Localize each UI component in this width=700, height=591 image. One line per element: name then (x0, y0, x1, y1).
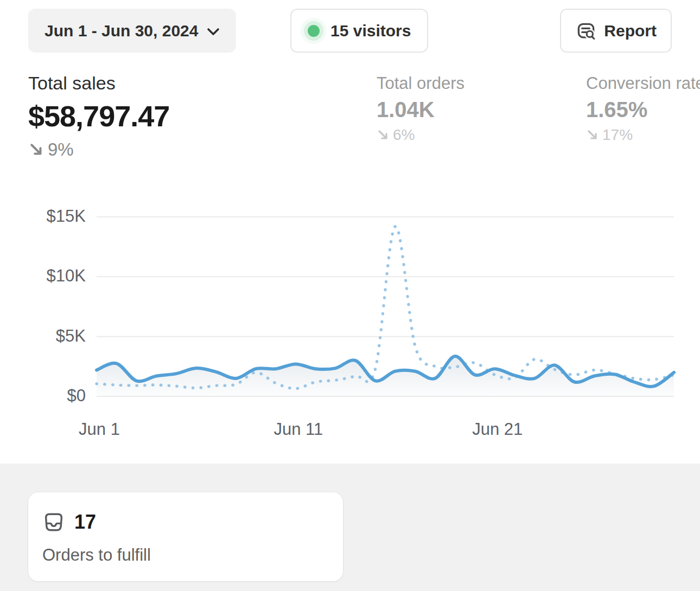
arrow-down-right-icon (586, 129, 599, 142)
total-sales-line-chart (0, 201, 700, 450)
tab-total-orders[interactable]: Total orders 1.04K 6% (377, 74, 464, 144)
report-label: Report (604, 22, 657, 40)
conversion-rate-value: 1.65% (586, 98, 700, 122)
bottom-section: 17 Orders to fulfill (0, 464, 700, 591)
tab-total-sales[interactable]: Total sales $58,797.47 9% (28, 73, 169, 160)
date-range-label: Jun 1 - Jun 30, 2024 (44, 22, 198, 40)
total-sales-value: $58,797.47 (28, 99, 169, 133)
live-visitors-button[interactable]: 15 visitors (290, 9, 428, 53)
total-orders-value: 1.04K (377, 98, 464, 122)
analytics-dashboard: Jun 1 - Jun 30, 2024 15 visitors Report … (0, 0, 700, 591)
tab-conversion-rate[interactable]: Conversion rate 1.65% 17% (586, 74, 700, 144)
x-tick-label: Jun 1 (45, 420, 154, 439)
y-tick-label: $15K (16, 207, 86, 226)
x-tick-label: Jun 11 (244, 420, 353, 439)
conversion-rate-delta: 17% (586, 126, 700, 144)
total-sales-delta: 9% (28, 139, 169, 160)
y-tick-label: $0 (16, 386, 86, 406)
orders-inbox-icon (42, 511, 65, 534)
x-tick-label: Jun 21 (443, 420, 552, 439)
conversion-rate-delta-value: 17% (602, 126, 633, 144)
total-sales-delta-value: 9% (48, 139, 74, 160)
conversion-rate-label: Conversion rate (586, 74, 700, 93)
total-orders-delta: 6% (377, 126, 464, 144)
live-visitors-label: 15 visitors (330, 22, 411, 40)
orders-card-label: Orders to fulfill (42, 545, 151, 565)
date-range-picker[interactable]: Jun 1 - Jun 30, 2024 (28, 9, 236, 53)
total-orders-label: Total orders (377, 74, 464, 93)
chevron-down-icon (207, 28, 220, 36)
comparison-period-line (97, 227, 674, 389)
y-tick-label: $10K (16, 266, 86, 286)
y-tick-label: $5K (16, 326, 86, 346)
total-sales-label: Total sales (28, 73, 169, 94)
arrow-down-right-icon (28, 142, 44, 158)
arrow-down-right-icon (377, 129, 390, 142)
total-orders-delta-value: 6% (393, 126, 415, 144)
orders-count: 17 (74, 511, 96, 534)
report-button[interactable]: Report (560, 9, 672, 53)
live-indicator-icon (308, 25, 320, 37)
report-icon (575, 20, 597, 42)
orders-to-fulfill-card[interactable]: 17 Orders to fulfill (28, 492, 343, 581)
